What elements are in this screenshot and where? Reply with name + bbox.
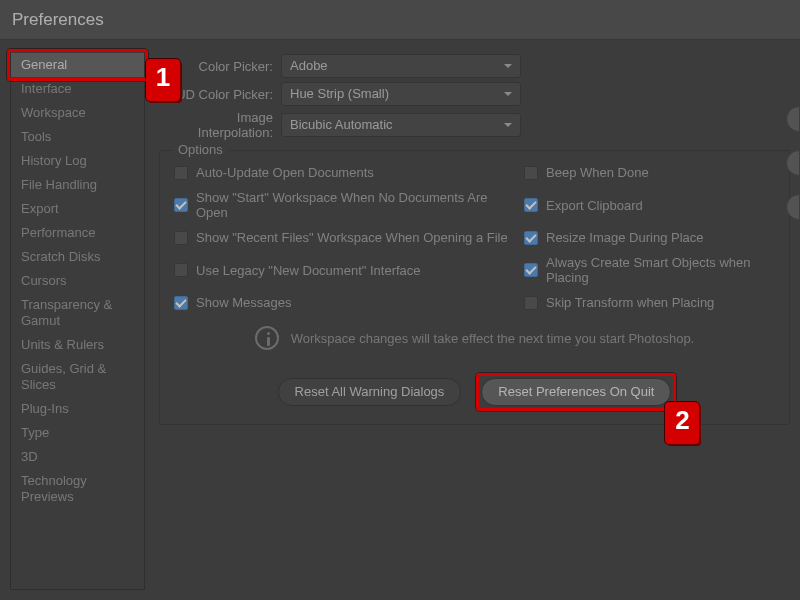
option-label: Resize Image During Place xyxy=(546,230,704,245)
image-interpolation-select[interactable]: Bicubic Automatic xyxy=(281,113,521,137)
sidebar-item-general[interactable]: General xyxy=(11,53,144,77)
sidebar-item-file-handling[interactable]: File Handling xyxy=(11,173,144,197)
sidebar-item-transparency-gamut[interactable]: Transparency & Gamut xyxy=(11,293,144,333)
info-icon xyxy=(255,326,279,350)
checkbox-icon xyxy=(524,166,538,180)
option-checkbox[interactable]: Show "Start" Workspace When No Documents… xyxy=(174,190,514,220)
checkbox-icon xyxy=(174,166,188,180)
hud-color-picker-select[interactable]: Hue Strip (Small) xyxy=(281,82,521,106)
options-title: Options xyxy=(172,142,229,157)
option-label: Beep When Done xyxy=(546,165,649,180)
option-checkbox[interactable]: Export Clipboard xyxy=(524,190,775,220)
option-label: Auto-Update Open Documents xyxy=(196,165,374,180)
option-checkbox[interactable]: Always Create Smart Objects when Placing xyxy=(524,255,775,285)
reset-preferences-on-quit-button[interactable]: Reset Preferences On Quit xyxy=(481,378,671,406)
reset-warning-dialogs-button[interactable]: Reset All Warning Dialogs xyxy=(278,378,462,406)
option-label: Show "Start" Workspace When No Documents… xyxy=(196,190,514,220)
sidebar-item-units-rulers[interactable]: Units & Rulers xyxy=(11,333,144,357)
sidebar-item-tools[interactable]: Tools xyxy=(11,125,144,149)
sidebar-item-guides-grid-slices[interactable]: Guides, Grid & Slices xyxy=(11,357,144,397)
content-pane: Color Picker: Adobe HUD Color Picker: Hu… xyxy=(145,50,800,590)
preferences-window: Preferences GeneralInterfaceWorkspaceToo… xyxy=(0,0,800,600)
sidebar-item-interface[interactable]: Interface xyxy=(11,77,144,101)
image-interpolation-label: Image Interpolation: xyxy=(159,110,281,140)
checkbox-icon xyxy=(524,263,538,277)
option-label: Export Clipboard xyxy=(546,198,643,213)
option-label: Show "Recent Files" Workspace When Openi… xyxy=(196,230,508,245)
sidebar-item-cursors[interactable]: Cursors xyxy=(11,269,144,293)
option-checkbox[interactable]: Show "Recent Files" Workspace When Openi… xyxy=(174,230,514,245)
sidebar-item-performance[interactable]: Performance xyxy=(11,221,144,245)
option-checkbox[interactable]: Resize Image During Place xyxy=(524,230,775,245)
color-picker-select[interactable]: Adobe xyxy=(281,54,521,78)
checkbox-icon xyxy=(174,263,188,277)
sidebar-item-plug-ins[interactable]: Plug-Ins xyxy=(11,397,144,421)
sidebar-item-export[interactable]: Export xyxy=(11,197,144,221)
checkbox-icon xyxy=(174,231,188,245)
option-label: Show Messages xyxy=(196,295,291,310)
sidebar-item-type[interactable]: Type xyxy=(11,421,144,445)
option-label: Skip Transform when Placing xyxy=(546,295,714,310)
sidebar-item-workspace[interactable]: Workspace xyxy=(11,101,144,125)
checkbox-icon xyxy=(524,231,538,245)
checkbox-icon xyxy=(524,198,538,212)
option-checkbox[interactable]: Use Legacy "New Document" Interface xyxy=(174,255,514,285)
option-label: Always Create Smart Objects when Placing xyxy=(546,255,775,285)
sidebar-item-technology-previews[interactable]: Technology Previews xyxy=(11,469,144,509)
option-checkbox[interactable]: Auto-Update Open Documents xyxy=(174,165,514,180)
option-label: Use Legacy "New Document" Interface xyxy=(196,263,421,278)
sidebar-item-history-log[interactable]: History Log xyxy=(11,149,144,173)
workspace-notice-text: Workspace changes will take effect the n… xyxy=(291,331,694,346)
checkbox-icon xyxy=(524,296,538,310)
color-picker-label: Color Picker: xyxy=(159,59,281,74)
options-group: Options Auto-Update Open DocumentsBeep W… xyxy=(159,150,790,425)
hud-color-picker-label: HUD Color Picker: xyxy=(159,87,281,102)
workspace-notice: Workspace changes will take effect the n… xyxy=(174,326,775,350)
option-checkbox[interactable]: Beep When Done xyxy=(524,165,775,180)
sidebar-item-scratch-disks[interactable]: Scratch Disks xyxy=(11,245,144,269)
sidebar-item-3d[interactable]: 3D xyxy=(11,445,144,469)
option-checkbox[interactable]: Skip Transform when Placing xyxy=(524,295,775,310)
checkbox-icon xyxy=(174,198,188,212)
window-title: Preferences xyxy=(0,0,800,40)
checkbox-icon xyxy=(174,296,188,310)
option-checkbox[interactable]: Show Messages xyxy=(174,295,514,310)
category-sidebar: GeneralInterfaceWorkspaceToolsHistory Lo… xyxy=(10,50,145,590)
side-buttons-cutoff xyxy=(786,106,800,220)
